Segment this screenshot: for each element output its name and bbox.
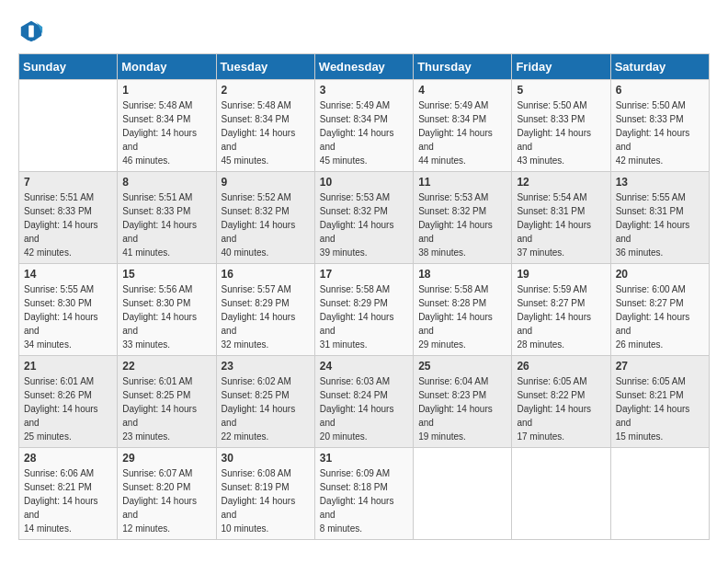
day-number: 8 — [122, 176, 210, 189]
day-header-friday: Friday — [512, 54, 610, 80]
day-header-saturday: Saturday — [610, 54, 709, 80]
day-info: Sunrise: 5:59 AMSunset: 8:27 PMDaylight:… — [517, 282, 605, 351]
day-number: 23 — [222, 360, 310, 373]
calendar-week-row: 14 Sunrise: 5:55 AMSunset: 8:30 PMDaylig… — [19, 264, 710, 356]
calendar-table: SundayMondayTuesdayWednesdayThursdayFrid… — [18, 53, 710, 540]
calendar-week-row: 1 Sunrise: 5:48 AMSunset: 8:34 PMDayligh… — [19, 80, 710, 172]
day-info: Sunrise: 6:05 AMSunset: 8:22 PMDaylight:… — [517, 374, 605, 443]
day-info: Sunrise: 6:05 AMSunset: 8:21 PMDaylight:… — [616, 374, 704, 443]
day-info: Sunrise: 5:53 AMSunset: 8:32 PMDaylight:… — [320, 190, 408, 259]
calendar-cell: 7 Sunrise: 5:51 AMSunset: 8:33 PMDayligh… — [19, 172, 118, 264]
day-number: 4 — [418, 84, 506, 97]
day-info: Sunrise: 5:49 AMSunset: 8:34 PMDaylight:… — [418, 98, 506, 167]
calendar-week-row: 7 Sunrise: 5:51 AMSunset: 8:33 PMDayligh… — [19, 172, 710, 264]
calendar-cell: 20 Sunrise: 6:00 AMSunset: 8:27 PMDaylig… — [610, 264, 709, 356]
logo-icon — [18, 18, 44, 44]
day-info: Sunrise: 6:03 AMSunset: 8:24 PMDaylight:… — [320, 374, 408, 443]
day-info: Sunrise: 6:01 AMSunset: 8:25 PMDaylight:… — [122, 374, 210, 443]
logo — [18, 18, 48, 44]
day-number: 1 — [122, 84, 210, 97]
calendar-cell: 25 Sunrise: 6:04 AMSunset: 8:23 PMDaylig… — [414, 356, 512, 448]
day-info: Sunrise: 5:58 AMSunset: 8:28 PMDaylight:… — [418, 282, 506, 351]
calendar-cell: 5 Sunrise: 5:50 AMSunset: 8:33 PMDayligh… — [512, 80, 610, 172]
day-header-wednesday: Wednesday — [314, 54, 413, 80]
calendar-cell: 14 Sunrise: 5:55 AMSunset: 8:30 PMDaylig… — [19, 264, 118, 356]
day-info: Sunrise: 5:58 AMSunset: 8:29 PMDaylight:… — [320, 282, 408, 351]
day-number: 17 — [320, 268, 408, 281]
day-number: 21 — [24, 360, 112, 373]
calendar-cell: 28 Sunrise: 6:06 AMSunset: 8:21 PMDaylig… — [19, 448, 118, 540]
calendar-cell: 26 Sunrise: 6:05 AMSunset: 8:22 PMDaylig… — [512, 356, 610, 448]
calendar-cell: 21 Sunrise: 6:01 AMSunset: 8:26 PMDaylig… — [19, 356, 118, 448]
calendar-cell: 17 Sunrise: 5:58 AMSunset: 8:29 PMDaylig… — [314, 264, 413, 356]
day-info: Sunrise: 5:52 AMSunset: 8:32 PMDaylight:… — [222, 190, 310, 259]
day-info: Sunrise: 5:51 AMSunset: 8:33 PMDaylight:… — [122, 190, 210, 259]
day-number: 6 — [616, 84, 704, 97]
page-header — [18, 18, 710, 44]
calendar-cell: 22 Sunrise: 6:01 AMSunset: 8:25 PMDaylig… — [118, 356, 216, 448]
day-info: Sunrise: 5:56 AMSunset: 8:30 PMDaylight:… — [122, 282, 210, 351]
day-number: 15 — [122, 268, 210, 281]
calendar-cell: 31 Sunrise: 6:09 AMSunset: 8:18 PMDaylig… — [314, 448, 413, 540]
day-info: Sunrise: 5:50 AMSunset: 8:33 PMDaylight:… — [616, 98, 704, 167]
day-number: 14 — [24, 268, 112, 281]
calendar-cell — [414, 448, 512, 540]
day-header-sunday: Sunday — [19, 54, 118, 80]
calendar-week-row: 28 Sunrise: 6:06 AMSunset: 8:21 PMDaylig… — [19, 448, 710, 540]
calendar-cell: 12 Sunrise: 5:54 AMSunset: 8:31 PMDaylig… — [512, 172, 610, 264]
day-number: 19 — [517, 268, 605, 281]
day-number: 29 — [122, 452, 210, 465]
day-number: 12 — [517, 176, 605, 189]
day-info: Sunrise: 6:04 AMSunset: 8:23 PMDaylight:… — [418, 374, 506, 443]
day-number: 31 — [320, 452, 408, 465]
day-number: 7 — [24, 176, 112, 189]
day-info: Sunrise: 5:53 AMSunset: 8:32 PMDaylight:… — [418, 190, 506, 259]
day-number: 24 — [320, 360, 408, 373]
day-number: 3 — [320, 84, 408, 97]
calendar-cell: 24 Sunrise: 6:03 AMSunset: 8:24 PMDaylig… — [314, 356, 413, 448]
day-number: 27 — [616, 360, 704, 373]
day-number: 30 — [222, 452, 310, 465]
day-number: 25 — [418, 360, 506, 373]
day-info: Sunrise: 5:55 AMSunset: 8:31 PMDaylight:… — [616, 190, 704, 259]
day-header-monday: Monday — [118, 54, 216, 80]
calendar-cell: 4 Sunrise: 5:49 AMSunset: 8:34 PMDayligh… — [414, 80, 512, 172]
day-info: Sunrise: 5:48 AMSunset: 8:34 PMDaylight:… — [122, 98, 210, 167]
calendar-cell: 27 Sunrise: 6:05 AMSunset: 8:21 PMDaylig… — [610, 356, 709, 448]
day-info: Sunrise: 6:02 AMSunset: 8:25 PMDaylight:… — [222, 374, 310, 443]
calendar-cell: 2 Sunrise: 5:48 AMSunset: 8:34 PMDayligh… — [216, 80, 314, 172]
calendar-cell: 15 Sunrise: 5:56 AMSunset: 8:30 PMDaylig… — [118, 264, 216, 356]
calendar-cell: 6 Sunrise: 5:50 AMSunset: 8:33 PMDayligh… — [610, 80, 709, 172]
day-number: 2 — [222, 84, 310, 97]
calendar-week-row: 21 Sunrise: 6:01 AMSunset: 8:26 PMDaylig… — [19, 356, 710, 448]
svg-rect-2 — [28, 25, 34, 37]
day-number: 11 — [418, 176, 506, 189]
calendar-cell: 13 Sunrise: 5:55 AMSunset: 8:31 PMDaylig… — [610, 172, 709, 264]
calendar-cell: 3 Sunrise: 5:49 AMSunset: 8:34 PMDayligh… — [314, 80, 413, 172]
calendar-cell: 10 Sunrise: 5:53 AMSunset: 8:32 PMDaylig… — [314, 172, 413, 264]
calendar-cell: 1 Sunrise: 5:48 AMSunset: 8:34 PMDayligh… — [118, 80, 216, 172]
calendar-cell: 8 Sunrise: 5:51 AMSunset: 8:33 PMDayligh… — [118, 172, 216, 264]
day-info: Sunrise: 5:54 AMSunset: 8:31 PMDaylight:… — [517, 190, 605, 259]
day-info: Sunrise: 5:49 AMSunset: 8:34 PMDaylight:… — [320, 98, 408, 167]
day-info: Sunrise: 5:48 AMSunset: 8:34 PMDaylight:… — [222, 98, 310, 167]
calendar-cell — [512, 448, 610, 540]
calendar-cell — [610, 448, 709, 540]
day-number: 18 — [418, 268, 506, 281]
day-info: Sunrise: 6:07 AMSunset: 8:20 PMDaylight:… — [122, 466, 210, 535]
calendar-cell: 23 Sunrise: 6:02 AMSunset: 8:25 PMDaylig… — [216, 356, 314, 448]
calendar-cell: 30 Sunrise: 6:08 AMSunset: 8:19 PMDaylig… — [216, 448, 314, 540]
day-number: 9 — [222, 176, 310, 189]
calendar-cell: 9 Sunrise: 5:52 AMSunset: 8:32 PMDayligh… — [216, 172, 314, 264]
day-number: 26 — [517, 360, 605, 373]
day-header-thursday: Thursday — [414, 54, 512, 80]
day-info: Sunrise: 6:01 AMSunset: 8:26 PMDaylight:… — [24, 374, 112, 443]
day-info: Sunrise: 6:09 AMSunset: 8:18 PMDaylight:… — [320, 466, 408, 535]
day-info: Sunrise: 5:55 AMSunset: 8:30 PMDaylight:… — [24, 282, 112, 351]
calendar-cell: 19 Sunrise: 5:59 AMSunset: 8:27 PMDaylig… — [512, 264, 610, 356]
day-info: Sunrise: 5:57 AMSunset: 8:29 PMDaylight:… — [222, 282, 310, 351]
day-number: 16 — [222, 268, 310, 281]
day-info: Sunrise: 6:08 AMSunset: 8:19 PMDaylight:… — [222, 466, 310, 535]
day-info: Sunrise: 6:00 AMSunset: 8:27 PMDaylight:… — [616, 282, 704, 351]
day-number: 22 — [122, 360, 210, 373]
